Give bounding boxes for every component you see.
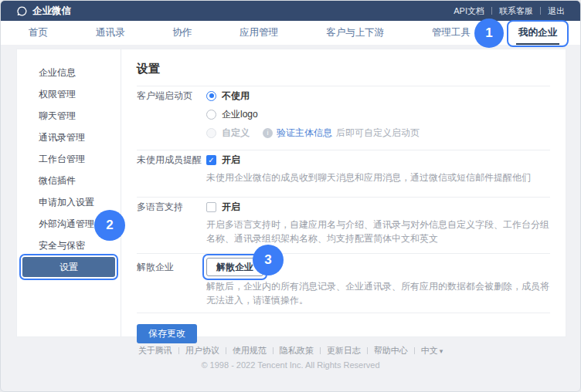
multilang-toggle[interactable]: 开启 [206, 198, 550, 216]
brand: 企业微信 [16, 5, 71, 18]
info-icon: i [263, 128, 273, 138]
radio-option-custom-label: 自定义 [222, 127, 250, 140]
row-multilang: 多语言支持 开启 开启多语言支持时，自建应用名与介绍、通讯录与对外信息自定义字段… [137, 198, 550, 254]
disband-label: 解散企业 [137, 254, 206, 307]
nav-admin-tools[interactable]: 管理工具 [432, 26, 471, 39]
annotation-box-2 [19, 254, 118, 280]
radio-option-custom: 自定义 i 验证主体信息 后即可自定义启动页 [206, 123, 550, 142]
nav-home[interactable]: 首页 [29, 26, 48, 39]
settings-panel: 设置 客户端启动页 不使用 企业logo 自定义 [121, 49, 566, 336]
sidebar-item-chat[interactable]: 聊天管理 [17, 105, 121, 127]
contact-support-link[interactable]: 联系客服 [499, 5, 533, 17]
multilang-description: 开启多语言支持时，自建应用名与介绍、通讯录与对外信息自定义字段、工作台分组名称、… [206, 218, 550, 245]
brand-name: 企业微信 [32, 5, 71, 18]
row-unused-reminder: 未使用成员提醒 ✓ 开启 未使用企业微信的成员收到聊天消息和应用消息，通过微信或… [137, 150, 550, 198]
footer: 关于腾讯 用户协议 使用规范 隐私政策 更新日志 帮助中心 中文▾ © 1998… [1, 345, 580, 370]
radio-unchecked-icon[interactable] [206, 110, 216, 120]
sidebar: 企业信息 权限管理 聊天管理 通讯录管理 工作台管理 微信插件 申请加入设置 外… [17, 49, 121, 336]
sidebar-item-company-info[interactable]: 企业信息 [17, 62, 121, 83]
save-changes-button[interactable]: 保存更改 [137, 324, 197, 343]
sidebar-item-permission[interactable]: 权限管理 [17, 83, 121, 105]
row-disband: 解散企业 解散企业 3 解散后，企业内的所有消息记录、企业通讯录、所有应用的数据… [137, 254, 550, 313]
verify-entity-link[interactable]: 验证主体信息 [277, 127, 332, 140]
unused-reminder-description: 未使用企业微信的成员收到聊天消息和应用消息，通过微信或短信邮件提醒他们 [206, 171, 550, 184]
sidebar-item-external-comm[interactable]: 外部沟通管理 [17, 213, 121, 235]
nav-collaboration[interactable]: 协作 [172, 26, 192, 39]
custom-hint: i 验证主体信息 后即可自定义启动页 [263, 127, 420, 140]
nav-customers[interactable]: 客户与上下游 [326, 26, 384, 39]
topbar-links: API文档 联系客服 退出 [454, 5, 565, 17]
multilang-toggle-label: 开启 [222, 201, 240, 214]
footer-language-selector[interactable]: 中文▾ [415, 345, 450, 357]
checkbox-unchecked-icon[interactable] [206, 202, 216, 212]
radio-disabled-icon [206, 128, 216, 138]
radio-option-none[interactable]: 不使用 [206, 86, 550, 105]
sidebar-item-join-settings[interactable]: 申请加入设置 [17, 191, 121, 213]
disband-description: 解散后，企业内的所有消息记录、企业通讯录、所有应用的数据都会被删除，成员将无法进… [206, 279, 550, 307]
unused-reminder-toggle[interactable]: ✓ 开启 [206, 150, 550, 169]
sidebar-item-security[interactable]: 安全与保密 [17, 235, 121, 256]
footer-changelog-link[interactable]: 更新日志 [321, 345, 367, 357]
page-title: 设置 [137, 60, 550, 86]
sidebar-item-settings[interactable]: 设置 [22, 257, 115, 277]
wecom-logo-icon [16, 5, 28, 17]
annotation-step-1: 1 [474, 19, 504, 48]
unused-reminder-toggle-label: 开启 [222, 154, 240, 167]
footer-about-link[interactable]: 关于腾讯 [132, 345, 178, 357]
radio-option-none-label: 不使用 [222, 90, 250, 103]
multilang-label: 多语言支持 [137, 198, 206, 245]
disband-button-wrap: 解散企业 3 [206, 258, 263, 276]
main-nav: 首页 通讯录 协作 应用管理 客户与上下游 管理工具 我的企业 1 [1, 21, 580, 45]
radio-checked-icon[interactable] [206, 91, 216, 101]
radio-option-logo-label: 企业logo [222, 108, 258, 121]
row-launch-page: 客户端启动页 不使用 企业logo 自定义 i [137, 86, 550, 150]
topbar: 企业微信 API文档 联系客服 退出 [1, 1, 580, 21]
footer-usage-policy-link[interactable]: 使用规范 [226, 345, 273, 357]
api-docs-link[interactable]: API文档 [454, 5, 484, 17]
nav-my-company[interactable]: 我的企业 1 [518, 26, 557, 39]
launch-page-label: 客户端启动页 [137, 86, 206, 142]
divider [540, 7, 541, 15]
nav-app-management[interactable]: 应用管理 [240, 26, 278, 39]
custom-hint-text: 后即可自定义启动页 [336, 127, 420, 140]
sidebar-item-workbench[interactable]: 工作台管理 [17, 148, 121, 170]
sidebar-item-wechat-plugin[interactable]: 微信插件 [17, 170, 121, 191]
checkbox-checked-icon[interactable]: ✓ [206, 155, 216, 165]
footer-user-agreement-link[interactable]: 用户协议 [179, 345, 226, 357]
disband-company-button[interactable]: 解散企业 [206, 258, 263, 276]
divider [491, 7, 492, 15]
footer-privacy-link[interactable]: 隐私政策 [274, 345, 320, 357]
nav-contacts[interactable]: 通讯录 [96, 26, 125, 39]
logout-link[interactable]: 退出 [548, 5, 565, 17]
chevron-down-icon: ▾ [440, 347, 443, 355]
annotation-box-1 [507, 20, 569, 47]
footer-language-label: 中文 [421, 346, 438, 355]
radio-option-logo[interactable]: 企业logo [206, 105, 550, 123]
main-card: 企业信息 权限管理 聊天管理 通讯录管理 工作台管理 微信插件 申请加入设置 外… [16, 49, 566, 337]
app-window: 企业微信 API文档 联系客服 退出 首页 通讯录 协作 应用管理 客户与上下游… [0, 0, 581, 392]
unused-reminder-label: 未使用成员提醒 [137, 150, 206, 184]
copyright: © 1998 - 2022 Tencent Inc. All Rights Re… [1, 360, 580, 370]
footer-links: 关于腾讯 用户协议 使用规范 隐私政策 更新日志 帮助中心 中文▾ [1, 345, 580, 357]
sidebar-item-contacts-mgmt[interactable]: 通讯录管理 [17, 127, 121, 148]
footer-help-center-link[interactable]: 帮助中心 [368, 345, 414, 357]
